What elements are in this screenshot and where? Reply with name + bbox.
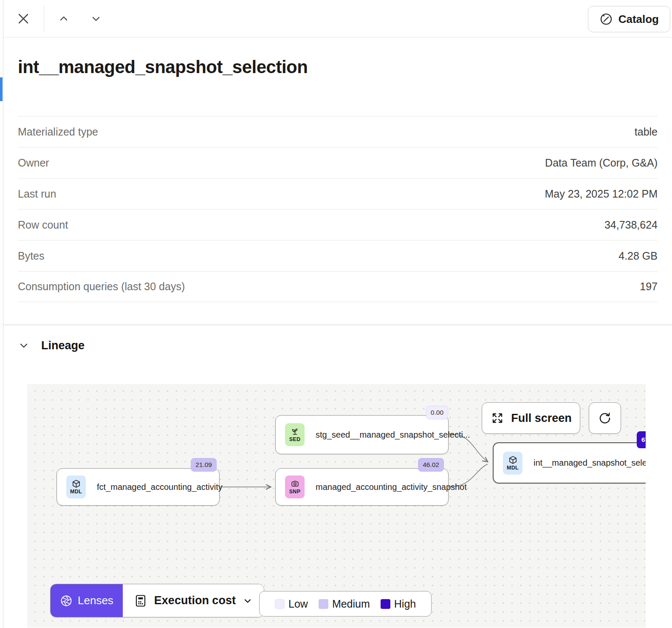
node-label: stg_seed__managed_snapshot_selecti... bbox=[316, 430, 470, 440]
node-type-label: SED bbox=[289, 436, 301, 442]
chevron-up-icon bbox=[58, 13, 69, 24]
chevron-down-icon bbox=[243, 596, 253, 606]
metadata-value: 197 bbox=[640, 280, 658, 293]
node-label: int__managed_snapshot_selection bbox=[534, 458, 646, 468]
calculator-icon bbox=[134, 594, 147, 608]
cube-icon bbox=[508, 455, 517, 464]
legend-label: Medium bbox=[332, 598, 370, 610]
camera-icon bbox=[291, 479, 299, 488]
panel-toolbar: Catalog bbox=[3, 0, 672, 37]
page-title: int__managed_snapshot_selection bbox=[18, 55, 658, 79]
legend-item-high: High bbox=[381, 598, 416, 610]
underlying-page-edge bbox=[0, 0, 3, 628]
metadata-row-consumption-queries: Consumption queries (last 30 days) 197 bbox=[18, 271, 658, 302]
section-divider bbox=[3, 324, 672, 325]
legend-label: High bbox=[394, 598, 416, 610]
lineage-node-fct-managed-accounting-activity[interactable]: 21.09 MDL fct_managed_accounting_activit… bbox=[56, 468, 220, 506]
metadata-value: table bbox=[635, 126, 658, 138]
catalog-button[interactable]: Catalog bbox=[588, 6, 670, 32]
lenses-control: Lenses Execution co bbox=[50, 584, 264, 617]
toolbar-divider bbox=[44, 5, 44, 32]
previous-item-button[interactable] bbox=[54, 9, 73, 28]
detail-panel: Catalog int__managed_snapshot_selection … bbox=[3, 0, 672, 628]
lineage-node-managed-accounting-activity-snapshot[interactable]: 46.02 SNP managed_accounting_activity_sn… bbox=[275, 468, 449, 506]
metadata-list: Materialized type table Owner Data Team … bbox=[18, 116, 658, 302]
node-type-label: MDL bbox=[70, 489, 82, 495]
cube-icon bbox=[72, 479, 81, 488]
lineage-section-toggle[interactable]: Lineage bbox=[18, 338, 658, 353]
legend-item-low: Low bbox=[275, 598, 308, 610]
fullscreen-button-label: Full screen bbox=[511, 412, 572, 425]
compass-icon bbox=[599, 12, 613, 26]
fullscreen-icon bbox=[490, 411, 505, 425]
metadata-value: May 23, 2025 12:02 PM bbox=[545, 188, 658, 200]
legend-item-medium: Medium bbox=[319, 598, 370, 610]
metadata-value: 4.28 GB bbox=[618, 250, 658, 262]
underlying-selection-indicator bbox=[0, 77, 3, 101]
execution-cost-badge: 21.09 bbox=[191, 458, 217, 472]
execution-cost-badge: 0.00 bbox=[426, 406, 448, 419]
close-button[interactable] bbox=[14, 9, 33, 28]
metadata-value: 34,738,624 bbox=[604, 219, 658, 231]
execution-cost-badge: 46.02 bbox=[418, 458, 444, 472]
metadata-value: Data Team (Corp, G&A) bbox=[545, 157, 658, 169]
lenses-button[interactable]: Lenses bbox=[51, 584, 123, 617]
node-label: fct_managed_accounting_activity bbox=[97, 482, 223, 492]
node-label: managed_accounting_activity_snapshot bbox=[316, 482, 467, 492]
refresh-button[interactable] bbox=[589, 402, 621, 434]
legend-label: Low bbox=[288, 598, 308, 610]
snapshot-type-tile: SNP bbox=[285, 475, 305, 498]
next-item-button[interactable] bbox=[87, 9, 105, 28]
seed-type-tile: SED bbox=[285, 423, 305, 446]
close-icon bbox=[16, 11, 31, 26]
metadata-row-bytes: Bytes 4.28 GB bbox=[18, 240, 658, 271]
metadata-row-last-run: Last run May 23, 2025 12:02 PM bbox=[18, 178, 658, 209]
model-type-tile: MDL bbox=[503, 452, 522, 475]
legend-swatch-medium bbox=[319, 599, 328, 609]
chevron-down-icon bbox=[18, 339, 30, 351]
refresh-icon bbox=[598, 411, 612, 425]
legend-swatch-low bbox=[275, 599, 285, 609]
chevron-down-icon bbox=[90, 13, 102, 24]
lenses-button-label: Lenses bbox=[78, 594, 113, 607]
lineage-node-int-managed-snapshot-selection[interactable]: 67 MDL int__managed_snapshot_selection bbox=[493, 442, 646, 484]
metadata-row-owner: Owner Data Team (Corp, G&A) bbox=[18, 147, 658, 178]
node-type-label: MDL bbox=[507, 465, 519, 471]
model-type-tile: MDL bbox=[66, 475, 86, 498]
cost-legend: Low Medium High bbox=[259, 591, 432, 617]
metadata-label: Consumption queries (last 30 days) bbox=[18, 280, 185, 293]
sprout-icon bbox=[291, 427, 299, 436]
aperture-icon bbox=[60, 594, 73, 607]
fullscreen-button[interactable]: Full screen bbox=[482, 402, 580, 434]
metadata-label: Owner bbox=[18, 157, 49, 169]
lineage-canvas[interactable]: Full screen 21.09 bbox=[27, 384, 646, 628]
lens-selected-label: Execution cost bbox=[154, 594, 236, 607]
panel-content: int__managed_snapshot_selection Material… bbox=[3, 55, 672, 628]
metadata-label: Materialized type bbox=[18, 126, 98, 138]
lineage-node-stg-seed-managed-snapshot-selection[interactable]: 0.00 SED stg_seed__managed_snapshot_sele… bbox=[275, 415, 449, 454]
metadata-row-materialized-type: Materialized type table bbox=[18, 116, 658, 147]
metadata-label: Bytes bbox=[18, 250, 45, 262]
metadata-label: Last run bbox=[18, 188, 56, 200]
metadata-row-row-count: Row count 34,738,624 bbox=[18, 209, 658, 240]
node-type-label: SNP bbox=[289, 489, 301, 495]
execution-cost-badge: 67 bbox=[637, 431, 646, 448]
metadata-label: Row count bbox=[18, 219, 68, 231]
legend-swatch-high bbox=[381, 599, 390, 609]
catalog-button-label: Catalog bbox=[618, 13, 659, 26]
lineage-section-title: Lineage bbox=[41, 339, 85, 352]
lens-selector[interactable]: Execution cost bbox=[123, 584, 264, 617]
